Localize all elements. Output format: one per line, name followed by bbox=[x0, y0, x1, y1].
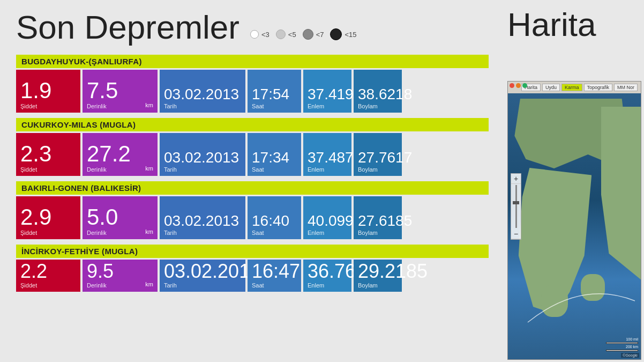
siddet-value-1: 1.9 bbox=[20, 79, 76, 102]
map-scale: 100 mil 200 km bbox=[606, 337, 638, 351]
legend-item-4: <15 bbox=[330, 28, 356, 40]
quake-location-1: BUGDAYHUYUK-(ŞANLIURFA) bbox=[16, 55, 489, 68]
maximize-dot bbox=[522, 83, 527, 88]
map-toolbar: Harita Uydu Karma Topografik MM Nor bbox=[508, 82, 641, 93]
boylam-value-2: 27.7617 bbox=[358, 150, 398, 165]
derinlik-label-1: Derinlik bbox=[87, 103, 153, 109]
quake-data-row-1: 1.9 Şiddet 7.5 Derinlik km 03.02.2013 Ta… bbox=[16, 70, 489, 113]
derinlik-unit-4: km bbox=[145, 281, 153, 287]
close-dot bbox=[510, 83, 514, 88]
quake-location-4: İNCİRKOY-FETHİYE (MUGLA) bbox=[16, 245, 489, 258]
quake-enlem-2: 37.4872 Enlem bbox=[303, 133, 351, 176]
legend-item-2: <5 bbox=[276, 29, 296, 39]
saat-value-1: 17:54 bbox=[252, 87, 297, 102]
header-row: Son Depremler <3 <5 <7 <15 bbox=[16, 11, 489, 48]
tarih-value-2: 03.02.2013 bbox=[164, 150, 241, 165]
quake-section-2: CUKURKOY-MILAS (MUGLA) 2.3 Şiddet 27.2 D… bbox=[16, 118, 489, 176]
map-arc bbox=[528, 279, 634, 333]
quake-tarih-2: 03.02.2013 Tarih bbox=[160, 133, 245, 176]
quake-saat-2: 17:34 Saat bbox=[248, 133, 301, 176]
enlem-label-1: Enlem bbox=[308, 103, 347, 109]
quake-section-3: BAKIRLI-GONEN (BALIKESİR) 2.9 Şiddet 5.0… bbox=[16, 181, 489, 239]
legend-dot-1 bbox=[250, 30, 259, 39]
map-land-turkey-coast bbox=[601, 107, 641, 279]
saat-label-4: Saat bbox=[252, 282, 297, 289]
scale-label-1: 100 mil bbox=[626, 337, 638, 341]
right-panel: Harita Harita Uydu Karma Topografik MM N… bbox=[499, 0, 644, 362]
zoom-in-button[interactable]: + bbox=[511, 174, 521, 184]
zoom-slider[interactable] bbox=[515, 185, 517, 228]
saat-label-2: Saat bbox=[252, 166, 297, 173]
tarih-label-3: Tarih bbox=[164, 230, 241, 236]
siddet-value-2: 2.3 bbox=[20, 143, 76, 165]
saat-value-2: 17:34 bbox=[252, 150, 297, 165]
map-zoom-control[interactable]: + − bbox=[511, 173, 521, 240]
boylam-value-3: 27.6185 bbox=[358, 213, 398, 228]
boylam-value-1: 38.6218 bbox=[358, 87, 398, 102]
map-title: Harita bbox=[507, 5, 636, 43]
derinlik-value-1: 7.5 bbox=[87, 79, 153, 102]
quake-derinlik-3: 5.0 Derinlik km bbox=[83, 196, 158, 239]
left-panel: Son Depremler <3 <5 <7 <15 BUGDAYHUYUK-(… bbox=[0, 0, 499, 362]
map-container[interactable]: Harita Uydu Karma Topografik MM Nor + bbox=[507, 81, 641, 360]
legend-dot-4 bbox=[330, 28, 342, 40]
siddet-label-2: Şiddet bbox=[20, 166, 76, 173]
minimize-dot bbox=[516, 83, 521, 88]
quake-boylam-2: 27.7617 Boylam bbox=[354, 133, 402, 176]
derinlik-label-4: Derinlik bbox=[87, 282, 153, 289]
map-btn-uydu[interactable]: Uydu bbox=[542, 84, 560, 91]
quake-siddet-4: 2.2 Şiddet bbox=[16, 260, 80, 292]
saat-label-1: Saat bbox=[252, 103, 297, 109]
legend-label-3: <7 bbox=[316, 31, 324, 39]
saat-value-4: 16:47 bbox=[252, 262, 297, 281]
map-copyright: ©Google bbox=[621, 353, 639, 358]
quake-siddet-1: 1.9 Şiddet bbox=[16, 70, 80, 113]
tarih-value-1: 03.02.2013 bbox=[164, 87, 241, 102]
quake-boylam-4: 29.2185 Boylam bbox=[354, 260, 402, 292]
zoom-handle[interactable] bbox=[513, 201, 519, 204]
enlem-label-2: Enlem bbox=[308, 166, 347, 173]
boylam-label-1: Boylam bbox=[358, 103, 398, 109]
quake-siddet-2: 2.3 Şiddet bbox=[16, 133, 80, 176]
enlem-value-2: 37.4872 bbox=[308, 150, 347, 165]
main-title: Son Depremler bbox=[16, 11, 239, 44]
tarih-label-4: Tarih bbox=[164, 282, 241, 289]
quake-boylam-1: 38.6218 Boylam bbox=[354, 70, 402, 113]
zoom-out-button[interactable]: − bbox=[511, 229, 521, 239]
legend-label-4: <15 bbox=[345, 31, 356, 39]
legend-dot-2 bbox=[276, 29, 286, 39]
derinlik-unit-1: km bbox=[145, 102, 153, 108]
map-btn-mmnor[interactable]: MM Nor bbox=[614, 84, 638, 91]
quake-saat-4: 16:47 Saat bbox=[248, 260, 301, 292]
boylam-label-3: Boylam bbox=[358, 230, 398, 236]
siddet-value-4: 2.2 bbox=[20, 262, 76, 281]
derinlik-value-3: 5.0 bbox=[87, 206, 153, 228]
legend-label-2: <5 bbox=[288, 31, 296, 39]
map-btn-karma[interactable]: Karma bbox=[561, 84, 582, 91]
siddet-label-4: Şiddet bbox=[20, 282, 76, 289]
legend-dot-3 bbox=[303, 29, 313, 40]
quake-data-row-3: 2.9 Şiddet 5.0 Derinlik km 03.02.2013 Ta… bbox=[16, 196, 489, 239]
quake-section-4: İNCİRKOY-FETHİYE (MUGLA) 2.2 Şiddet 9.5 … bbox=[16, 245, 489, 292]
legend-item-3: <7 bbox=[303, 29, 324, 40]
quake-data-row-2: 2.3 Şiddet 27.2 Derinlik km 03.02.2013 T… bbox=[16, 133, 489, 176]
scale-label-2: 200 km bbox=[626, 345, 638, 349]
window-controls bbox=[510, 83, 527, 88]
enlem-value-3: 40.0992 bbox=[308, 213, 347, 228]
quake-derinlik-4: 9.5 Derinlik km bbox=[83, 260, 158, 292]
quake-enlem-1: 37.4195 Enlem bbox=[303, 70, 351, 113]
map-btn-topografik[interactable]: Topografik bbox=[584, 84, 613, 91]
boylam-label-4: Boylam bbox=[358, 282, 398, 289]
derinlik-unit-3: km bbox=[145, 228, 153, 235]
derinlik-value-4: 9.5 bbox=[87, 262, 153, 281]
quake-saat-1: 17:54 Saat bbox=[248, 70, 301, 113]
derinlik-unit-2: km bbox=[145, 165, 153, 172]
derinlik-value-2: 27.2 bbox=[87, 143, 153, 165]
enlem-value-4: 36.7693 bbox=[308, 262, 347, 281]
tarih-label-1: Tarih bbox=[164, 103, 241, 109]
saat-label-3: Saat bbox=[252, 230, 297, 236]
siddet-label-3: Şiddet bbox=[20, 230, 76, 236]
tarih-label-2: Tarih bbox=[164, 166, 241, 173]
quake-tarih-3: 03.02.2013 Tarih bbox=[160, 196, 245, 239]
siddet-value-3: 2.9 bbox=[20, 206, 76, 228]
